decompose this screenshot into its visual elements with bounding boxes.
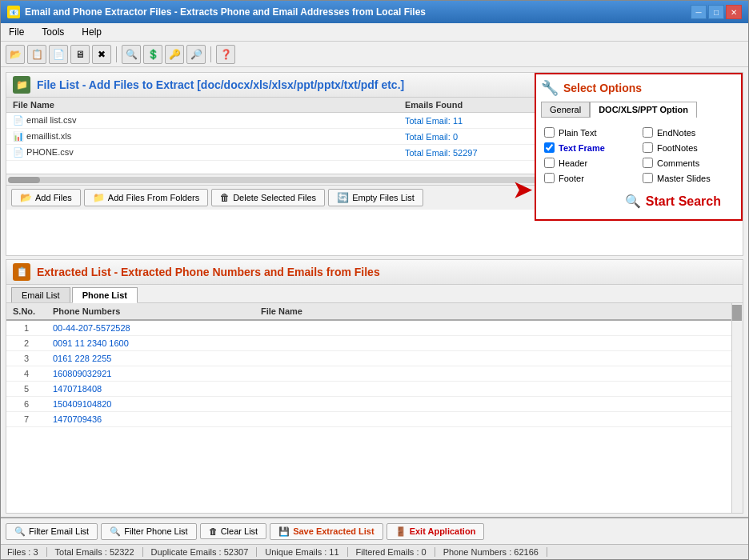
table-row[interactable]: 3 0161 228 2255 [6, 351, 731, 366]
app-icon: 📧 [7, 6, 20, 18]
col-sno: S.No. [6, 303, 46, 320]
checkbox-text-frame[interactable] [544, 142, 555, 153]
options-header: 🔧 Select Options [541, 79, 736, 97]
row-file-5 [254, 382, 495, 397]
extracted-header: 📋 Extracted List - Extracted Phone Numbe… [6, 260, 743, 285]
delete-selected-button[interactable]: 🗑 Delete Selected Files [211, 189, 325, 206]
status-duplicate-emails: Duplicate Emails : 52307 [143, 547, 258, 557]
checkbox-plain-text[interactable] [544, 127, 555, 138]
extracted-icon: 📋 [13, 263, 30, 281]
start-search-button[interactable]: 🔍 Start Search [613, 190, 733, 213]
tab-email-list[interactable]: Email List [11, 287, 70, 302]
row-value-5: 1470718408 [46, 382, 254, 397]
row-num-4: 4 [6, 366, 46, 382]
option-text-frame: Text Frame [544, 142, 635, 153]
table-row[interactable]: 7 1470709436 [6, 412, 731, 427]
table-row[interactable]: 1 00-44-207-5572528 [6, 320, 731, 336]
row-value-4: 160809032921 [46, 366, 254, 382]
toolbar-open[interactable]: 📂 [6, 45, 25, 64]
save-extracted-button[interactable]: 💾 Save Extracted List [270, 523, 383, 540]
arrow-indicator: ➤ [513, 177, 531, 203]
add-files-icon: 📂 [20, 192, 32, 203]
tab-phone-list[interactable]: Phone List [72, 287, 138, 303]
filter-email-icon: 🔍 [14, 526, 26, 537]
row-file-6 [254, 397, 495, 412]
row-value-7: 1470709436 [46, 412, 254, 427]
toolbar-dollar[interactable]: 💲 [143, 45, 162, 64]
toolbar-copy[interactable]: 📋 [27, 45, 46, 64]
status-filtered-emails: Filtered Emails : 0 [348, 547, 435, 557]
toolbar-page[interactable]: 📄 [49, 45, 68, 64]
row-value-3: 0161 228 2255 [46, 351, 254, 366]
checkbox-header[interactable] [544, 158, 555, 168]
filter-email-button[interactable]: 🔍 Filter Email List [6, 523, 98, 540]
row-value-6: 150409104820 [46, 397, 254, 412]
option-comments: Comments [643, 158, 733, 168]
row-file-1 [254, 320, 495, 336]
table-row[interactable]: 4 160809032921 [6, 366, 731, 382]
close-button[interactable]: ✕ [726, 5, 742, 19]
option-footer: Footer [544, 173, 635, 183]
file-name-2: 📊 emaillist.xls [6, 129, 399, 145]
maximize-button[interactable]: □ [708, 5, 724, 19]
row-num-2: 2 [6, 336, 46, 351]
file-panel-title: File List - Add Files to Extract [doc/do… [37, 78, 404, 91]
list-tabs: Email List Phone List [6, 285, 743, 303]
toolbar-filter[interactable]: 🔍 [122, 45, 141, 64]
table-row[interactable]: 5 1470718408 [6, 382, 731, 397]
toolbar-help[interactable]: ❓ [216, 45, 235, 64]
add-files-folders-button[interactable]: 📁 Add Files From Folders [84, 189, 208, 206]
checkbox-comments[interactable] [643, 158, 653, 168]
status-phone-numbers: Phone Numbers : 62166 [435, 547, 547, 557]
option-endnotes: EndNotes [643, 127, 733, 138]
menu-file[interactable]: File [4, 25, 29, 39]
status-bar: Files : 3 Total Emails : 52322 Duplicate… [1, 544, 748, 559]
checkbox-footer[interactable] [544, 173, 555, 183]
clear-icon: 🗑 [209, 526, 218, 536]
vertical-scrollbar[interactable] [731, 303, 743, 513]
menu-help[interactable]: Help [77, 25, 106, 39]
empty-list-button[interactable]: 🔄 Empty Files List [328, 189, 423, 206]
options-grid: Plain Text EndNotes Text Frame FootNotes [541, 124, 736, 186]
table-row[interactable]: 6 150409104820 [6, 397, 731, 412]
filter-phone-icon: 🔍 [110, 526, 121, 537]
row-num-6: 6 [6, 397, 46, 412]
clear-list-button[interactable]: 🗑 Clear List [200, 523, 266, 539]
col-filename: File Name [6, 98, 399, 113]
row-file-2 [254, 336, 495, 351]
checkbox-endnotes[interactable] [643, 127, 653, 138]
table-row[interactable]: 2 0091 11 2340 1600 [6, 336, 731, 351]
wrench-icon: 🔧 [541, 79, 559, 97]
toolbar-key[interactable]: 🔑 [165, 45, 184, 64]
checkbox-footnotes[interactable] [643, 142, 653, 153]
exit-button[interactable]: 🚪 Exit Application [387, 523, 485, 540]
row-num-5: 5 [6, 382, 46, 397]
checkbox-master-slides[interactable] [643, 173, 653, 183]
status-total-emails: Total Emails : 52322 [47, 547, 143, 557]
table-scroll[interactable]: S.No. Phone Numbers File Name 1 00-44-20… [6, 303, 731, 513]
search-icon: 🔍 [625, 194, 641, 209]
save-icon: 💾 [278, 526, 290, 537]
data-table: S.No. Phone Numbers File Name 1 00-44-20… [6, 303, 731, 427]
search-container: 🔍 Start Search [541, 186, 736, 214]
col-extra [495, 303, 731, 320]
row-file-7 [254, 412, 495, 427]
main-window: 📧 Email and Phone Extractor Files - Extr… [0, 0, 749, 560]
toolbar-search[interactable]: 🔎 [186, 45, 206, 64]
options-title: Select Options [563, 82, 642, 94]
toolbar-delete[interactable]: ✖ [92, 45, 111, 64]
add-files-button[interactable]: 📂 Add Files [11, 189, 81, 206]
tab-doc-xls-ppt[interactable]: DOC/XLS/PPT Option [590, 102, 697, 118]
option-footnotes: FootNotes [643, 142, 733, 153]
file-name-3: 📄 PHONE.csv [6, 145, 399, 161]
table-wrapper: S.No. Phone Numbers File Name 1 00-44-20… [6, 303, 743, 513]
options-tabs: General DOC/XLS/PPT Option [541, 102, 736, 118]
minimize-button[interactable]: ─ [691, 5, 707, 19]
row-file-3 [254, 351, 495, 366]
tab-general[interactable]: General [541, 102, 590, 118]
toolbar-screen[interactable]: 🖥 [70, 45, 90, 64]
menu-bar: File Tools Help [1, 23, 748, 42]
row-num-7: 7 [6, 412, 46, 427]
filter-phone-button[interactable]: 🔍 Filter Phone List [101, 523, 196, 540]
menu-tools[interactable]: Tools [37, 25, 69, 39]
